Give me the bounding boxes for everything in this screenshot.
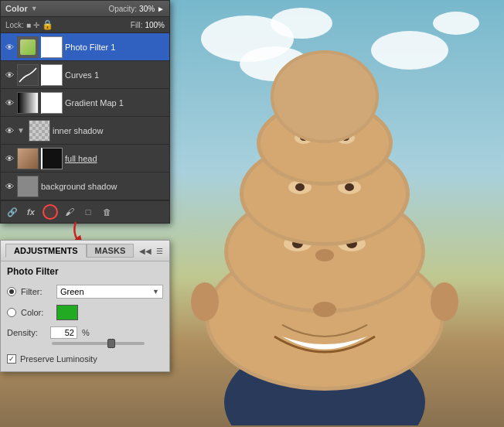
filter-label: Filter: [21, 287, 52, 296]
svg-point-15 [345, 183, 354, 191]
lock-label: Lock: [5, 21, 24, 29]
adjustments-panel-header: ADJUSTMENTS MASKS ◀◀ ☰ [1, 241, 169, 261]
density-unit: % [82, 328, 90, 337]
layer-name: inner shadow [53, 126, 166, 135]
lock-position-icon[interactable]: ✛ [33, 21, 39, 29]
dropdown-arrow-icon: ▼ [152, 288, 159, 295]
link-layers-icon[interactable]: 🔗 [5, 206, 19, 218]
layer-row[interactable]: 👁 Photo Filter 1 [1, 33, 169, 61]
layer-visibility-icon[interactable]: 👁 [4, 153, 15, 164]
layer-mask-thumbnail [41, 148, 63, 169]
layer-row[interactable]: 👁 ▼ inner shadow [1, 117, 169, 145]
layer-mask-thumbnail [41, 64, 63, 86]
color-label: Color: [21, 308, 52, 317]
fill-section: Fill: 100% [131, 21, 165, 29]
layer-visibility-icon[interactable]: 👁 [4, 97, 15, 108]
panel-footer: 🔗 fx 🖌 □ 🗑 [1, 200, 169, 223]
adjustments-tabs: ADJUSTMENTS MASKS [5, 244, 134, 258]
menu-icon[interactable]: ☰ [154, 245, 165, 256]
svg-point-14 [295, 183, 305, 191]
delete-layer-icon[interactable]: 🗑 [100, 206, 114, 218]
layer-name: Curves 1 [65, 70, 166, 80]
face-illustration [162, 23, 487, 425]
fill-value[interactable]: 100% [145, 21, 165, 29]
layer-row[interactable]: 👁 full head [1, 145, 169, 173]
preserve-luminosity-label: Preserve Luminosity [20, 354, 97, 364]
color-swatch[interactable] [56, 305, 78, 320]
density-slider-container [52, 342, 163, 345]
color-radio[interactable] [7, 308, 16, 317]
panel-menu-button[interactable]: ► [157, 5, 165, 13]
panel-header-left: Color ▼ [5, 4, 38, 13]
preserve-luminosity-row: Preserve Luminosity [7, 351, 163, 367]
layer-name: full head [65, 154, 166, 163]
layer-row[interactable]: 👁 Gradient Map 1 [1, 89, 169, 117]
density-input[interactable] [50, 326, 77, 339]
fill-label: Fill: [131, 21, 143, 29]
layer-name: background shadow [41, 182, 166, 191]
layer-name: Photo Filter 1 [65, 43, 166, 52]
panel-dropdown-icon[interactable]: ▼ [31, 5, 38, 12]
tab-adjustments[interactable]: ADJUSTMENTS [5, 244, 87, 258]
layer-visibility-icon[interactable]: 👁 [4, 125, 15, 136]
layer-thumbnail [17, 176, 39, 197]
layer-name: Gradient Map 1 [65, 98, 166, 108]
lock-row: Lock: ■ ✛ 🔒 Fill: 100% [1, 17, 169, 33]
lock-controls: Lock: ■ ✛ 🔒 [5, 19, 53, 30]
lock-pixels-icon[interactable]: ■ [26, 21, 31, 29]
layer-thumbnail [17, 92, 39, 114]
density-slider-thumb[interactable] [107, 339, 115, 348]
layer-thumbnail [17, 148, 39, 169]
new-layer-icon[interactable]: □ [81, 206, 95, 218]
filter-dropdown[interactable]: Green ▼ [56, 285, 163, 299]
opacity-section: Opacity: 30% ► [108, 5, 165, 13]
opacity-label: Opacity: [108, 5, 137, 13]
adjustments-panel: ADJUSTMENTS MASKS ◀◀ ☰ Photo Filter Filt… [0, 240, 170, 372]
prev-icon[interactable]: ◀◀ [140, 245, 151, 256]
svg-point-26 [313, 302, 336, 317]
adjustments-header-icons: ◀◀ ☰ [140, 245, 165, 256]
filter-row: Filter: Green ▼ [7, 285, 163, 299]
layer-row[interactable]: 👁 Curves 1 [1, 61, 169, 89]
filter-value: Green [60, 287, 84, 296]
density-label: Density: [7, 328, 46, 337]
opacity-value[interactable]: 30% [139, 5, 155, 13]
panel-header: Color ▼ Opacity: 30% ► [1, 1, 169, 17]
layer-thumbnail [29, 120, 50, 142]
filter-radio[interactable] [7, 287, 16, 296]
layers-panel: Color ▼ Opacity: 30% ► Lock: ■ ✛ 🔒 Fill:… [0, 0, 170, 224]
density-slider-track[interactable] [52, 342, 145, 345]
layer-thumbnail [17, 64, 39, 86]
layer-mask-thumbnail [41, 36, 63, 58]
tab-masks[interactable]: MASKS [87, 244, 135, 258]
svg-point-24 [431, 282, 458, 321]
fx-icon[interactable]: fx [24, 206, 38, 218]
svg-point-23 [274, 53, 376, 140]
layer-visibility-icon[interactable]: 👁 [4, 181, 15, 192]
brush-icon[interactable]: 🖌 [63, 206, 77, 218]
layer-visibility-icon[interactable]: 👁 [4, 42, 15, 53]
svg-point-25 [191, 282, 219, 321]
layer-visibility-icon[interactable]: 👁 [4, 70, 15, 80]
adjustment-section-title: Photo Filter [1, 261, 169, 280]
lock-all-icon[interactable]: 🔒 [42, 19, 53, 30]
svg-point-27 [315, 249, 334, 261]
panel-title: Color [5, 4, 28, 13]
adjustments-body: Filter: Green ▼ Color: Density: % [1, 280, 169, 371]
preserve-luminosity-checkbox[interactable] [7, 354, 16, 364]
adjustment-layer-icon[interactable] [43, 204, 58, 220]
layer-mask-thumbnail [41, 92, 63, 114]
layer-row[interactable]: 👁 background shadow [1, 173, 169, 200]
layer-expand-icon[interactable]: ▼ [17, 126, 26, 135]
density-row: Density: % [7, 326, 163, 339]
layer-thumbnail [17, 36, 39, 58]
color-row: Color: [7, 305, 163, 320]
